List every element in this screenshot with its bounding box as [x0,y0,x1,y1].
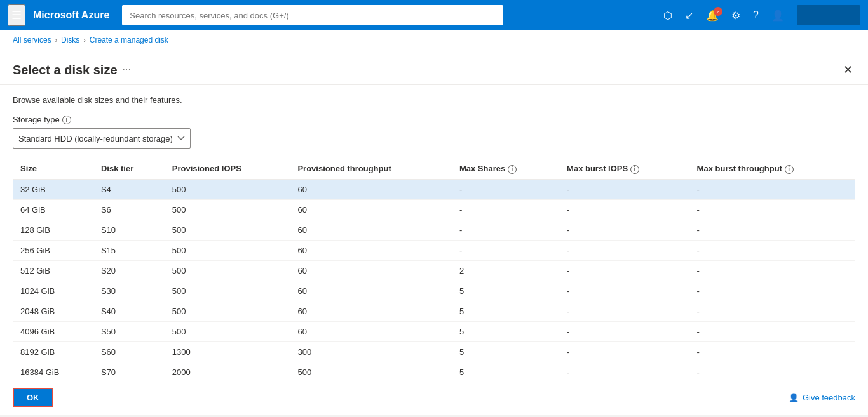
cell-max-shares: 5 [452,281,559,301]
breadcrumb: All services › Disks › Create a managed … [0,30,868,50]
col-header-burst-iops: Max burst IOPS i [559,159,689,179]
user-avatar[interactable] [797,5,860,25]
panel-close-button[interactable]: ✕ [841,60,855,79]
col-header-tier: Disk tier [93,159,165,179]
ok-button[interactable]: OK [13,388,53,407]
cell-throughput: 60 [290,199,451,220]
storage-type-label-text: Storage type [13,115,60,124]
cell-throughput: 60 [290,240,451,260]
cell-burst-throughput: - [689,301,855,321]
top-nav: ☰ Microsoft Azure ⬡ ↙ 🔔 2 ⚙ ? 👤 [0,0,868,30]
cell-iops: 500 [165,301,290,321]
table-row[interactable]: 8192 GiB S60 1300 300 5 - - [13,341,855,362]
breadcrumb-sep-1: › [55,37,57,44]
panel-content: Browse available disk sizes and their fe… [0,85,868,380]
storage-type-select[interactable]: Standard HDD (locally-redundant storage)… [13,128,191,149]
cell-size[interactable]: 4096 GiB [13,321,93,341]
cell-burst-throughput: - [689,179,855,199]
cell-iops: 500 [165,281,290,301]
panel: Select a disk size ··· ✕ Browse availabl… [0,50,868,415]
storage-type-label-row: Storage type i [13,115,855,124]
storage-type-info-icon[interactable]: i [62,116,71,124]
cell-tier: S50 [93,321,165,341]
table-row[interactable]: 256 GiB S15 500 60 - - - [13,240,855,260]
breadcrumb-sep-2: › [83,37,85,44]
burst-iops-info-icon[interactable]: i [630,165,639,174]
panel-description: Browse available disk sizes and their fe… [13,95,855,105]
feedback-label: Give feedback [803,393,855,402]
cell-tier: S70 [93,362,165,380]
give-feedback-link[interactable]: 👤 Give feedback [789,393,855,402]
table-row[interactable]: 16384 GiB S70 2000 500 5 - - [13,362,855,380]
cell-max-shares: - [452,199,559,220]
cell-size[interactable]: 2048 GiB [13,301,93,321]
cell-tier: S40 [93,301,165,321]
panel-header: Select a disk size ··· ✕ [0,50,868,85]
table-row[interactable]: 1024 GiB S30 500 60 5 - - [13,281,855,301]
search-input[interactable] [122,5,503,25]
breadcrumb-create-managed-disk[interactable]: Create a managed disk [90,36,168,44]
panel-more-options[interactable]: ··· [123,64,131,76]
cell-tier: S6 [93,199,165,220]
cell-max-shares: 5 [452,362,559,380]
cell-max-shares[interactable]: 2 [452,260,559,281]
burst-throughput-info-icon[interactable]: i [785,165,794,174]
cell-size[interactable]: 64 GiB [13,199,93,220]
cell-size[interactable]: 128 GiB [13,220,93,240]
cell-iops: 500 [165,179,290,199]
panel-title-area: Select a disk size ··· [13,63,131,77]
cell-burst-iops: - [559,240,689,260]
cloud-shell-button[interactable]: ⬡ [658,6,677,25]
cell-throughput: 60 [290,281,451,301]
hamburger-menu[interactable]: ☰ [8,4,25,26]
cell-max-shares: 5 [452,321,559,341]
cell-iops: 500 [165,260,290,281]
cell-size[interactable]: 16384 GiB [13,362,93,380]
table-row[interactable]: 64 GiB S6 500 60 - - - [13,199,855,220]
cell-throughput[interactable]: 300 [290,341,451,362]
cell-max-shares: - [452,220,559,240]
col-header-max-shares: Max Shares i [452,159,559,179]
cell-tier: S10 [93,220,165,240]
cell-iops: 500 [165,240,290,260]
cell-throughput: 60 [290,301,451,321]
cell-burst-iops: - [559,301,689,321]
cell-throughput: 500 [290,362,451,380]
breadcrumb-all-services[interactable]: All services [13,36,51,44]
table-row[interactable]: 32 GiB S4 500 60 - - - [13,179,855,199]
cell-burst-iops: - [559,321,689,341]
notification-badge: 2 [714,7,722,16]
cell-max-shares: 5 [452,301,559,321]
cell-max-shares: - [452,240,559,260]
settings-button[interactable]: ⚙ [726,6,745,25]
cell-iops: 500 [165,321,290,341]
cell-tier: S20 [93,260,165,281]
cell-iops[interactable]: 1300 [165,341,290,362]
table-row[interactable]: 4096 GiB S50 500 60 5 - - [13,321,855,341]
notifications-button[interactable]: 🔔 2 [701,6,724,25]
brand-name: Microsoft Azure [33,10,109,21]
support-button[interactable]: 👤 [766,6,789,25]
max-shares-info-icon[interactable]: i [508,165,517,174]
cell-max-shares: - [452,179,559,199]
cell-tier: S15 [93,240,165,260]
help-button[interactable]: ? [748,6,764,25]
cell-size[interactable]: 1024 GiB [13,281,93,301]
cell-size[interactable]: 32 GiB [13,179,93,199]
cell-burst-iops: - [559,362,689,380]
table-row[interactable]: 512 GiB S20 500 60 2 - - [13,260,855,281]
cell-size[interactable]: 512 GiB [13,260,93,281]
cell-burst-iops: - [559,199,689,220]
table-row[interactable]: 128 GiB S10 500 60 - - - [13,220,855,240]
cell-iops: 500 [165,220,290,240]
breadcrumb-disks[interactable]: Disks [61,36,79,44]
cell-burst-throughput: - [689,240,855,260]
cell-burst-throughput: - [689,362,855,380]
cell-size[interactable]: 8192 GiB [13,341,93,362]
cell-burst-throughput: - [689,260,855,281]
feedback-nav-button[interactable]: ↙ [680,6,698,25]
cell-burst-iops: - [559,220,689,240]
cell-size[interactable]: 256 GiB [13,240,93,260]
col-header-burst-throughput: Max burst throughput i [689,159,855,179]
table-row[interactable]: 2048 GiB S40 500 60 5 - - [13,301,855,321]
